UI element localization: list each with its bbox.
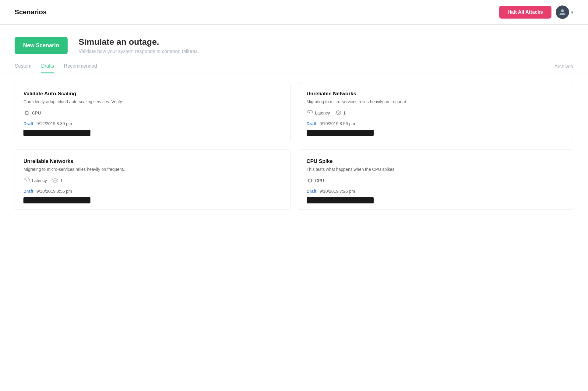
svg-marker-2: [336, 110, 341, 113]
meta-date: 9/10/2019 7:26 pm: [319, 189, 355, 194]
card-meta: Draft 9/10/2019 8:56 pm: [307, 121, 565, 126]
card-meta: Draft 9/10/2019 7:26 pm: [307, 189, 565, 194]
meta-date: 9/12/2019 8:39 pm: [37, 121, 72, 126]
card-title: Unreliable Networks: [307, 91, 565, 97]
draft-badge: Draft: [23, 121, 33, 126]
meta-date: 9/10/2019 8:56 pm: [319, 121, 355, 126]
card-description: Migrating to micro-services relies heavi…: [23, 167, 282, 172]
tag-cpu: CPU: [23, 110, 41, 116]
cpu-icon: [23, 110, 30, 116]
redacted-bar: [23, 197, 90, 203]
layers-count: 1: [60, 178, 63, 183]
tab-drafts[interactable]: Drafts: [41, 63, 54, 73]
redacted-bar: [307, 197, 374, 203]
card-title: CPU Spike: [307, 158, 565, 164]
user-menu[interactable]: ▾: [556, 5, 573, 19]
page-title: Scenarios: [15, 8, 47, 16]
tag-layers: 1: [52, 177, 63, 184]
card-title: Unreliable Networks: [23, 158, 282, 164]
new-scenario-button[interactable]: New Scenario: [15, 37, 68, 54]
card-meta: Draft 9/12/2019 8:39 pm: [23, 121, 282, 126]
redacted-bar: [307, 130, 374, 136]
tab-recommended[interactable]: Recommended: [64, 63, 97, 73]
card-description: Confidently adopt cloud auto-scaling ser…: [23, 99, 282, 104]
tabs-bar: Custom Drafts Recommended Archived: [0, 63, 588, 73]
tag-cpu: CPU: [307, 177, 324, 184]
tag-label: CPU: [315, 178, 324, 183]
layers-icon: [335, 110, 342, 116]
latency-icon: [23, 177, 30, 184]
header-right: Halt All Attacks ▾: [499, 5, 573, 19]
redacted-bar: [23, 130, 90, 136]
card-title: Validate Auto-Scaling: [23, 91, 282, 97]
hero-heading: Simulate an outage.: [79, 37, 199, 47]
card-tags: Latency 1: [307, 110, 565, 116]
card-cpu-spike[interactable]: CPU Spike This tests what happens when t…: [298, 150, 574, 210]
tag-label: Latency: [32, 178, 47, 183]
card-description: Migrating to micro-services relies heavi…: [307, 99, 565, 104]
draft-badge: Draft: [307, 189, 317, 194]
header: Scenarios Halt All Attacks ▾: [0, 0, 588, 25]
hero-text: Simulate an outage. Validate how your sy…: [79, 37, 199, 54]
layers-icon: [52, 177, 58, 184]
tag-layers: 1: [335, 110, 346, 116]
layers-count: 1: [343, 111, 346, 115]
draft-badge: Draft: [307, 121, 317, 126]
tab-archived[interactable]: Archived: [555, 64, 573, 73]
avatar: [556, 5, 569, 19]
card-tags: Latency 1: [23, 177, 282, 184]
tag-label: Latency: [315, 111, 330, 115]
cards-grid: Validate Auto-Scaling Confidently adopt …: [0, 82, 588, 224]
card-meta: Draft 9/10/2019 8:55 pm: [23, 189, 282, 194]
svg-rect-0: [25, 111, 28, 114]
card-tags: CPU: [307, 177, 565, 184]
svg-marker-4: [53, 178, 58, 181]
meta-date: 9/10/2019 8:55 pm: [37, 189, 72, 194]
chevron-down-icon: ▾: [571, 9, 573, 15]
cpu-icon: [307, 177, 313, 184]
card-unreliable-networks-2[interactable]: Unreliable Networks Migrating to micro-s…: [15, 150, 290, 210]
user-icon: [559, 9, 566, 16]
tag-label: CPU: [32, 111, 41, 115]
draft-badge: Draft: [23, 189, 33, 194]
halt-all-attacks-button[interactable]: Halt All Attacks: [499, 6, 551, 19]
tab-custom[interactable]: Custom: [15, 63, 31, 73]
tag-latency: Latency: [307, 110, 330, 116]
card-validate-auto-scaling[interactable]: Validate Auto-Scaling Confidently adopt …: [15, 82, 290, 142]
tabs-left: Custom Drafts Recommended: [15, 63, 97, 73]
hero-section: New Scenario Simulate an outage. Validat…: [0, 25, 588, 63]
card-unreliable-networks-1[interactable]: Unreliable Networks Migrating to micro-s…: [298, 82, 574, 142]
tag-latency: Latency: [23, 177, 47, 184]
card-description: This tests what happens when the CPU spi…: [307, 167, 565, 172]
latency-icon: [307, 110, 313, 116]
svg-rect-5: [308, 179, 311, 182]
card-tags: CPU: [23, 110, 282, 116]
hero-subheading: Validate how your system responds to com…: [79, 49, 199, 54]
